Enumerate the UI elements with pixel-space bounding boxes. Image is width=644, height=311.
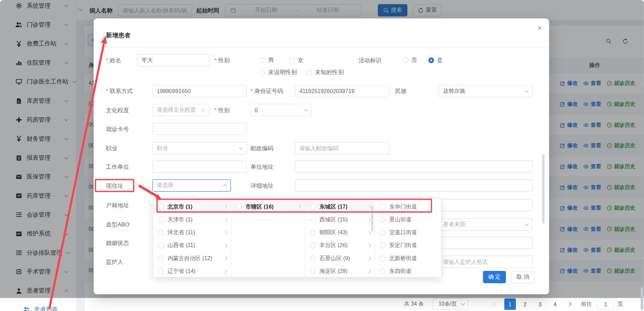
cascader-district-column: 东城区 (17) 西城区 (15) 朝阳区 (43) 丰台: [305, 199, 375, 277]
radio-gender-unspecified[interactable]: 未说明性别: [260, 66, 297, 79]
page-button[interactable]: 4: [549, 298, 561, 310]
radio-icon[interactable]: [310, 269, 316, 274]
card-no-input[interactable]: [152, 123, 247, 135]
cascader-option[interactable]: 东华门街道: [375, 200, 442, 213]
cascader-scrollbar[interactable]: [371, 206, 373, 231]
page-button[interactable]: 1: [504, 298, 516, 310]
goto-page-input[interactable]: [597, 298, 614, 310]
chevron-right-icon: [367, 256, 371, 260]
cascader-option[interactable]: 东四街道: [375, 265, 442, 277]
radio-icon[interactable]: [158, 269, 164, 274]
cascader-option[interactable]: 西城区 (15): [305, 213, 375, 226]
chevron-right-icon: [367, 230, 371, 235]
cascader-option[interactable]: 东城区 (17): [305, 200, 375, 213]
radio-female[interactable]: 女: [289, 54, 303, 67]
current-address-cascader-select[interactable]: 请选择: [152, 179, 231, 192]
detail-address-input[interactable]: [295, 179, 533, 192]
chevron-right-icon: [367, 269, 371, 273]
radio-icon[interactable]: [158, 230, 164, 236]
page-button[interactable]: 2: [519, 298, 531, 310]
modal-scrollbar[interactable]: [542, 154, 545, 224]
next-page-button[interactable]: [563, 298, 575, 310]
cascader-option[interactable]: 北新桥街道: [375, 252, 442, 265]
name-input[interactable]: [137, 54, 209, 67]
cascader-option[interactable]: 北京市 (1): [153, 200, 231, 213]
cascader-option[interactable]: 景山街道: [375, 213, 442, 226]
radio-icon[interactable]: [158, 217, 164, 222]
cascader-option[interactable]: 朝阳区 (43): [305, 226, 375, 239]
goto-label: 前往: [581, 298, 592, 310]
page-scrollbar[interactable]: [641, 287, 643, 310]
radio-male[interactable]: 男: [260, 54, 274, 67]
radio-icon[interactable]: [380, 269, 386, 274]
postcode-input[interactable]: [295, 142, 389, 154]
radio-icon: [306, 70, 312, 75]
work-address-input[interactable]: [295, 160, 533, 173]
id-number-label: 身份证号码: [251, 85, 283, 97]
radio-icon[interactable]: [310, 217, 316, 222]
radio-icon[interactable]: [310, 243, 316, 248]
cancel-button[interactable]: 取 消: [511, 271, 535, 283]
cascader-city-column: 市辖区 (16): [231, 199, 305, 277]
gender-code-select[interactable]: 0: [250, 104, 312, 116]
chevron-down-icon: [525, 89, 529, 93]
cascader-option[interactable]: 辽宁省 (14): [153, 265, 231, 277]
chevron-up-icon: [223, 184, 227, 188]
marital-label: 婚姻状态: [106, 237, 129, 249]
radio-icon[interactable]: [380, 256, 386, 261]
cascader-option[interactable]: 山西省 (11): [153, 239, 231, 252]
radio-yes[interactable]: 是: [428, 54, 443, 67]
chevron-right-icon: [367, 205, 371, 209]
cascader-option[interactable]: 天津市 (1): [153, 213, 231, 226]
cascader-option[interactable]: 内蒙古自治区 (12): [153, 252, 231, 265]
radio-icon[interactable]: [236, 204, 242, 210]
cascader-option[interactable]: 丰台区 (26): [305, 239, 375, 252]
chevron-down-icon: [201, 107, 205, 112]
confirm-button[interactable]: 确 定: [483, 271, 506, 283]
close-icon[interactable]: ×: [535, 23, 545, 33]
cascader-option[interactable]: 海淀区 (29): [305, 265, 375, 277]
dialog-title: 新增患者: [106, 32, 130, 39]
marital-extra-input[interactable]: [439, 237, 533, 249]
radio-icon[interactable]: [310, 230, 316, 236]
occupation-select[interactable]: 职业: [152, 142, 247, 154]
radio-no[interactable]: 否: [403, 54, 417, 67]
workplace-input[interactable]: [152, 160, 247, 173]
chevron-right-icon: [223, 269, 227, 273]
contact-input[interactable]: [152, 85, 247, 97]
chevron-right-icon: [567, 302, 572, 307]
patient-source-select[interactable]: 患者来源: [439, 218, 533, 231]
chevron-down-icon: [461, 302, 465, 306]
chevron-right-icon: [223, 256, 227, 260]
radio-icon[interactable]: [158, 243, 164, 248]
prev-page-button[interactable]: [490, 298, 501, 310]
radio-icon[interactable]: [158, 256, 164, 261]
registered-address-detail-input[interactable]: [439, 199, 533, 212]
radio-icon[interactable]: [310, 204, 316, 210]
blood-type-label: 血型ABO: [106, 218, 129, 231]
page-size-select[interactable]: 10条/页: [433, 298, 468, 310]
education-select[interactable]: 请选择文化程度: [152, 104, 209, 116]
cascader-option[interactable]: 市辖区 (16): [231, 200, 305, 213]
page-button[interactable]: 3: [534, 298, 546, 310]
guardian-phone-input[interactable]: [439, 256, 533, 268]
radio-icon[interactable]: [380, 204, 386, 210]
radio-icon[interactable]: [380, 217, 386, 222]
card-no-label: 就诊卡号: [106, 123, 129, 135]
cascader-option[interactable]: 安定门街道: [375, 239, 442, 252]
radio-icon[interactable]: [158, 204, 164, 210]
cascader-option[interactable]: 交道口街道: [375, 226, 442, 239]
cascader-option[interactable]: 河北省 (11): [153, 226, 231, 239]
radio-gender-unknown[interactable]: 未知的性别: [306, 66, 344, 79]
id-number-input[interactable]: [295, 85, 389, 97]
chevron-down-icon: [239, 146, 243, 150]
ethnicity-select[interactable]: 达斡尔族: [439, 85, 533, 97]
chevron-right-icon: [367, 244, 371, 248]
cascader-option[interactable]: 石景山区 (9): [305, 252, 375, 265]
radio-icon[interactable]: [380, 230, 386, 236]
radio-icon: [289, 58, 295, 63]
radio-icon[interactable]: [310, 256, 316, 261]
cascader-street-column: 东华门街道 景山街道 交道口街道 安定门街道: [375, 199, 442, 277]
radio-icon[interactable]: [380, 243, 386, 248]
sidebar-item-patient-list[interactable]: 患者列表: [0, 300, 76, 311]
